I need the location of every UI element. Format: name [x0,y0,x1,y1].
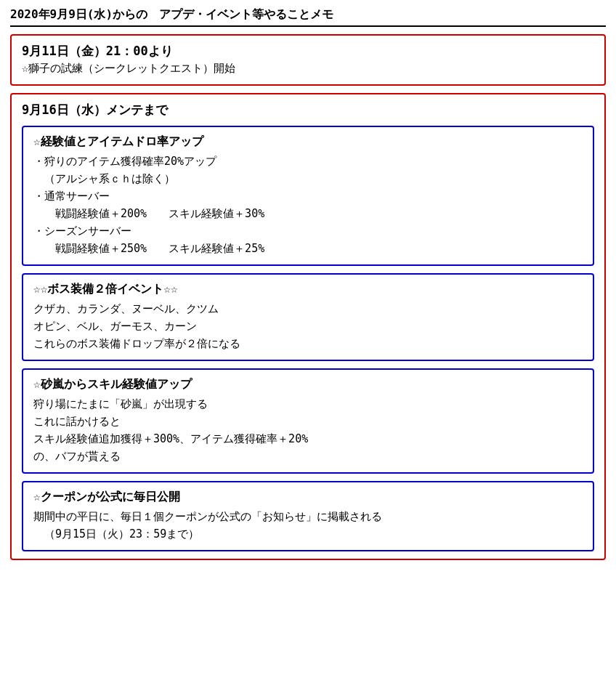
box3-title: ☆砂嵐からスキル経験値アップ [33,377,583,392]
box2-title: ☆☆ボス装備２倍イベント☆☆ [33,282,583,297]
section1-red-box: 9月11日（金）21：00より ☆獅子の試練（シークレットクエスト）開始 [10,34,606,86]
box1-title: ☆経験値とアイテムドロ率アップ [33,134,583,150]
box2-lines: クザカ、カランダ、ヌーベル、クツム オピン、ベル、ガーモス、カーン これらのボス… [33,300,583,352]
box4-title: ☆クーポンが公式に毎日公開 [33,490,583,505]
section1-content: ☆獅子の試練（シークレットクエスト）開始 [22,60,594,77]
page-title: 2020年9月9日(水)からの アプデ・イベント等やることメモ [10,7,606,23]
box1-lines: ・狩りのアイテム獲得確率20%アップ （アルシャ系ｃｈは除く） ・通常サーバー … [33,153,583,257]
section2-header: 9月16日（水）メンテまで [22,102,594,118]
section2-box3: ☆砂嵐からスキル経験値アップ 狩り場にたまに「砂嵐」が出現する これに話かけると… [22,368,594,474]
section2-box1: ☆経験値とアイテムドロ率アップ ・狩りのアイテム獲得確率20%アップ （アルシャ… [22,126,594,266]
section1-date: 9月11日（金）21：00より [22,43,594,60]
section2-box4: ☆クーポンが公式に毎日公開 期間中の平日に、毎日１個クーポンが公式の「お知らせ」… [22,481,594,551]
title-divider [10,25,606,27]
box3-lines: 狩り場にたまに「砂嵐」が出現する これに話かけると スキル経験値追加獲得＋300… [33,395,583,465]
section2-box2: ☆☆ボス装備２倍イベント☆☆ クザカ、カランダ、ヌーベル、クツム オピン、ベル、… [22,273,594,361]
section2-red-box: 9月16日（水）メンテまで ☆経験値とアイテムドロ率アップ ・狩りのアイテム獲得… [10,93,606,560]
box4-lines: 期間中の平日に、毎日１個クーポンが公式の「お知らせ」に掲載される （9月15日（… [33,508,583,543]
